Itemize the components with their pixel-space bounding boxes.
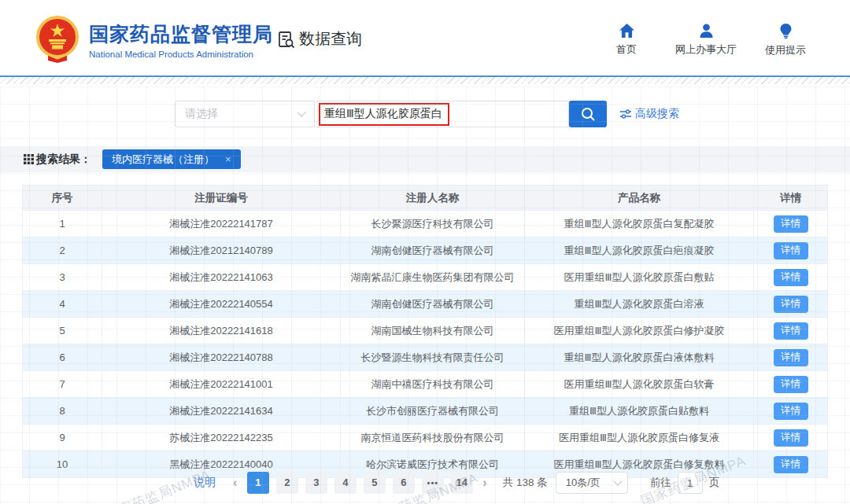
detail-button[interactable]: 详情 bbox=[774, 349, 808, 366]
table-row: 3湘械注准20222141063湖南紫晶汇康生物医药集团有限公司医用重组Ⅲ型人源… bbox=[22, 264, 828, 291]
page-button-14[interactable]: 14 bbox=[451, 472, 473, 494]
nav-usage-tips[interactable]: 使用提示 bbox=[765, 24, 806, 57]
site-subtitle: National Medical Products Administration bbox=[89, 50, 273, 59]
row-index: 6 bbox=[22, 344, 102, 370]
page-button-6[interactable]: 6 bbox=[393, 472, 415, 494]
nav-home[interactable]: 首页 bbox=[606, 24, 647, 57]
row-product: 医用重组Ⅲ型人源化胶原蛋白敷贴 bbox=[525, 264, 754, 290]
row-cert-no: 湘械注准20222141634 bbox=[102, 398, 341, 424]
search-input[interactable]: 重组Ⅲ型人源化胶原蛋白 bbox=[316, 101, 569, 127]
page-button-5[interactable]: 5 bbox=[364, 472, 386, 494]
row-index: 8 bbox=[22, 398, 102, 424]
search-bar: 请选择 重组Ⅲ型人源化胶原蛋白 高级搜索 bbox=[0, 101, 850, 127]
advanced-search-link[interactable]: 高级搜索 bbox=[620, 107, 679, 121]
row-index: 5 bbox=[22, 318, 102, 344]
filter-tag[interactable]: 境内医疗器械（注册） × bbox=[102, 149, 241, 169]
row-detail-cell: 详情 bbox=[754, 237, 828, 263]
row-detail-cell: 详情 bbox=[754, 451, 828, 477]
row-company: 长沙市创丽医疗器械有限公司 bbox=[341, 398, 525, 424]
advanced-search-label: 高级搜索 bbox=[635, 107, 679, 121]
results-bar: 搜索结果： 境内医疗器械（注册） × bbox=[0, 146, 850, 172]
detail-button[interactable]: 详情 bbox=[774, 456, 808, 473]
nav-service-hall[interactable]: 网上办事大厅 bbox=[675, 24, 737, 57]
row-company: 长沙聚源医疗科技有限公司 bbox=[341, 211, 525, 237]
row-product: 医用重组Ⅲ型人源化胶原蛋白修复液 bbox=[525, 425, 754, 451]
page-button-1[interactable]: 1 bbox=[247, 472, 269, 494]
filter-sliders-icon bbox=[620, 109, 631, 120]
category-select[interactable]: 请选择 bbox=[175, 101, 315, 127]
col-header-cert-no: 注册证编号 bbox=[102, 186, 341, 210]
detail-button[interactable]: 详情 bbox=[774, 429, 808, 447]
row-company: 湖南创健医疗器械有限公司 bbox=[341, 291, 525, 317]
lightbulb-icon bbox=[780, 24, 792, 39]
table-row: 4湘械注准20222140554湖南创健医疗器械有限公司重组Ⅲ型人源化胶原蛋白溶… bbox=[22, 291, 828, 318]
row-index: 4 bbox=[22, 291, 102, 317]
nmpa-emblem-logo bbox=[35, 16, 79, 63]
search-query-highlighted: 重组Ⅲ型人源化胶原蛋白 bbox=[319, 103, 449, 126]
detail-button[interactable]: 详情 bbox=[774, 322, 808, 340]
page-ellipsis[interactable]: ••• bbox=[422, 472, 444, 494]
header-hatch-band bbox=[0, 77, 850, 84]
col-header-index: 序号 bbox=[22, 186, 102, 210]
row-product: 重组Ⅲ型人源化胶原蛋白贴敷料 bbox=[525, 398, 754, 424]
row-company: 湖南紫晶汇康生物医药集团有限公司 bbox=[341, 264, 525, 290]
row-product: 医用重组Ⅲ型人源化胶原蛋白修护凝胶 bbox=[525, 318, 754, 344]
prev-page-icon[interactable]: ‹ bbox=[227, 476, 243, 490]
row-product: 重组Ⅲ型人源化胶原蛋白复配凝胶 bbox=[525, 211, 754, 237]
next-page-icon[interactable]: › bbox=[476, 476, 493, 490]
row-company: 湖南国械生物科技有限公司 bbox=[341, 318, 525, 344]
table-row: 9苏械注准20222142235南京恒道医药科技股份有限公司医用重组Ⅲ型人源化胶… bbox=[22, 425, 828, 451]
row-index: 1 bbox=[22, 211, 102, 237]
page-button-2[interactable]: 2 bbox=[276, 472, 298, 494]
results-table: 序号 注册证编号 注册人名称 产品名称 详情 1湘械注准20222141787长… bbox=[22, 185, 828, 478]
app-title-block: 数据查询 bbox=[277, 28, 362, 50]
detail-button[interactable]: 详情 bbox=[774, 215, 808, 233]
chevron-down-icon bbox=[613, 476, 622, 485]
page-size-select[interactable]: 10条/页 bbox=[556, 472, 628, 494]
row-cert-no: 湘械注准20222141001 bbox=[102, 371, 341, 397]
results-label-block: 搜索结果： bbox=[24, 153, 91, 167]
home-icon bbox=[619, 24, 634, 38]
table-row: 5湘械注准20222141618湖南国械生物科技有限公司医用重组Ⅲ型人源化胶原蛋… bbox=[22, 318, 828, 344]
grid-icon bbox=[24, 154, 34, 164]
row-cert-no: 苏械注准20222142235 bbox=[102, 425, 341, 451]
nav-home-label: 首页 bbox=[616, 42, 637, 57]
goto-page: 前往 页 bbox=[650, 472, 720, 494]
search-button[interactable] bbox=[569, 101, 607, 127]
col-header-detail: 详情 bbox=[754, 186, 828, 210]
goto-page-input[interactable] bbox=[678, 472, 703, 494]
row-index: 10 bbox=[22, 451, 102, 477]
filter-tag-label: 境内医疗器械（注册） bbox=[112, 153, 214, 167]
row-product: 重组Ⅲ型人源化胶原蛋白液体敷料 bbox=[525, 344, 754, 370]
row-cert-no: 湘械注准20222141618 bbox=[102, 318, 341, 344]
row-cert-no: 湘械注准20222141787 bbox=[102, 211, 341, 237]
site-title: 国家药品监督管理局 bbox=[89, 21, 273, 47]
row-product: 医用重组Ⅲ型人源化胶原蛋白软膏 bbox=[525, 371, 754, 397]
detail-button[interactable]: 详情 bbox=[774, 403, 808, 420]
row-index: 9 bbox=[22, 425, 102, 451]
note-link[interactable]: 说明 bbox=[194, 476, 216, 490]
col-header-company: 注册人名称 bbox=[341, 186, 525, 210]
table-row: 7湘械注准20222141001湖南中禧医疗科技有限公司医用重组Ⅲ型人源化胶原蛋… bbox=[22, 371, 828, 398]
table-row: 6湘械注准20222140788长沙暨源生物科技有限责任公司重组Ⅲ型人源化胶原蛋… bbox=[22, 344, 828, 371]
top-nav: 首页 网上办事大厅 使用提示 bbox=[606, 24, 806, 57]
pagination: 说明 ‹ 123456•••14 › 共 138 条 10条/页 前往 页 bbox=[194, 471, 719, 495]
tag-close-icon[interactable]: × bbox=[225, 153, 231, 165]
row-detail-cell: 详情 bbox=[754, 318, 828, 344]
nav-usage-tips-label: 使用提示 bbox=[765, 43, 806, 57]
table-row: 2湘械注准20212140789湖南创健医疗器械有限公司重组Ⅲ型人源化胶原蛋白疤… bbox=[22, 237, 828, 264]
detail-button[interactable]: 详情 bbox=[774, 269, 808, 286]
chevron-down-icon bbox=[297, 108, 305, 116]
detail-button[interactable]: 详情 bbox=[774, 296, 808, 313]
row-cert-no: 湘械注准20212140789 bbox=[102, 237, 341, 263]
page-button-3[interactable]: 3 bbox=[305, 472, 327, 494]
detail-button[interactable]: 详情 bbox=[774, 242, 808, 259]
page-button-4[interactable]: 4 bbox=[334, 472, 357, 494]
detail-button[interactable]: 详情 bbox=[774, 376, 808, 393]
category-select-placeholder: 请选择 bbox=[185, 107, 218, 121]
row-company: 南京恒道医药科技股份有限公司 bbox=[341, 425, 525, 451]
row-index: 3 bbox=[22, 264, 102, 290]
row-detail-cell: 详情 bbox=[754, 291, 828, 317]
row-company: 湖南创健医疗器械有限公司 bbox=[341, 237, 525, 263]
table-row: 8湘械注准20222141634长沙市创丽医疗器械有限公司重组Ⅲ型人源化胶原蛋白… bbox=[22, 398, 828, 425]
